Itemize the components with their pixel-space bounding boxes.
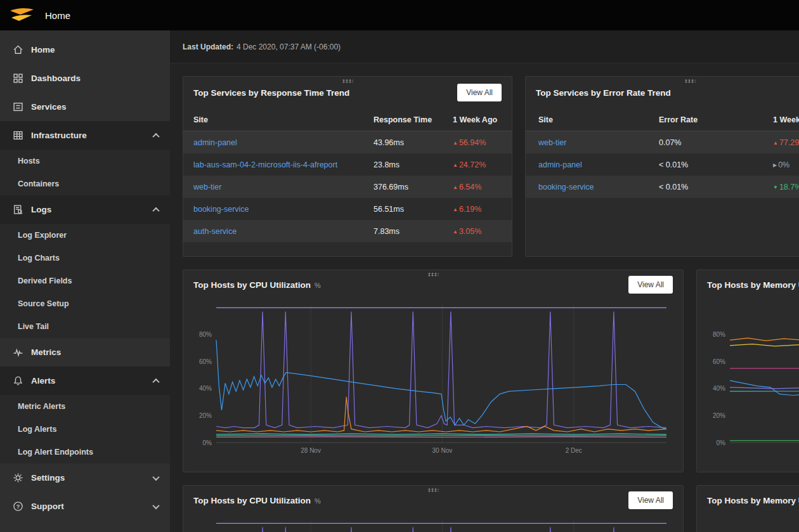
drag-handle-icon[interactable] xyxy=(428,273,439,276)
value-cell: < 0.01% xyxy=(659,160,773,169)
card-response-time-trend: Top Services by Response Time Trend View… xyxy=(183,76,512,257)
trend-cell: ▶0% xyxy=(773,160,799,169)
sidebar-item-derived-fields[interactable]: Derived Fields xyxy=(0,269,170,292)
site-link[interactable]: web-tier xyxy=(193,183,374,191)
view-all-button[interactable]: View All xyxy=(628,276,673,294)
table-row: auth-service7.83ms▲3.05% xyxy=(183,220,512,242)
dashboard-grid: Top Services by Response Time Trend View… xyxy=(170,63,799,532)
trend-cell: ▲24.72% xyxy=(453,160,512,169)
cpu-utilization-chart-2: 28 Nov30 Nov2 Dec0%20%40%60%80% xyxy=(183,515,684,532)
cpu-utilization-chart: 28 Nov30 Nov2 Dec0%20%40%60%80% xyxy=(183,299,684,472)
support-icon: ? xyxy=(13,501,23,512)
card-memory-utilization-2: Top Hosts by Memory Utilization% View Al… xyxy=(696,485,799,532)
sidebar-item-label: Metrics xyxy=(31,347,61,357)
chevron-up-icon xyxy=(152,378,159,385)
sidebar-item-services[interactable]: Services xyxy=(0,93,170,121)
sidebar-item-metric-alerts[interactable]: Metric Alerts xyxy=(0,395,170,418)
sidebar-item-home[interactable]: Home xyxy=(0,36,170,64)
sidebar-item-live-tail[interactable]: Live Tail xyxy=(0,315,170,338)
last-updated-bar: Last Updated: 4 Dec 2020, 07:37 AM (-06:… xyxy=(170,30,799,63)
site-link[interactable]: booking-service xyxy=(538,183,659,191)
main-content: Last Updated: 4 Dec 2020, 07:37 AM (-06:… xyxy=(170,30,799,532)
sidebar-item-logs[interactable]: Logs xyxy=(0,195,170,224)
view-all-button[interactable]: View All xyxy=(457,84,502,101)
sidebar-item-infrastructure[interactable]: Infrastructure xyxy=(0,121,170,150)
last-updated-value: 4 Dec 2020, 07:37 AM (-06:00) xyxy=(237,42,341,51)
dashboards-icon xyxy=(13,73,23,84)
site-link[interactable]: booking-service xyxy=(193,205,374,214)
card-header: Top Services by Error Rate Trend View Al… xyxy=(526,77,799,108)
drag-handle-icon[interactable] xyxy=(342,79,353,83)
memory-utilization-chart-2: 28 Nov30 Nov2 Dec0%20%40%60%80% xyxy=(697,515,799,532)
table-row: web-tier0.07%▲77.29% xyxy=(526,131,799,153)
settings-icon xyxy=(13,472,23,483)
trend-cell: ▲3.05% xyxy=(453,227,512,236)
sidebar-item-log-explorer[interactable]: Log Explorer xyxy=(0,224,170,247)
metrics-icon xyxy=(13,347,23,358)
sidebar-item-settings[interactable]: Settings xyxy=(0,464,170,492)
sidebar-item-dashboards[interactable]: Dashboards xyxy=(0,64,170,93)
sidebar-item-log-alerts[interactable]: Log Alerts xyxy=(0,418,170,441)
dashboard-row-3: Top Hosts by CPU Utilization% View All 2… xyxy=(183,485,799,532)
home-icon xyxy=(13,44,23,55)
svg-text:0%: 0% xyxy=(717,439,726,446)
nav-group-dashboards: Dashboards xyxy=(0,64,170,93)
site-link[interactable]: web-tier xyxy=(538,138,659,147)
sidebar-item-metrics[interactable]: Metrics xyxy=(0,338,170,367)
sidebar-item-label: Logs xyxy=(31,205,51,214)
column-header: 1 Week Ago xyxy=(453,115,512,124)
sidebar-item-log-alert-endpoints[interactable]: Log Alert Endpoints xyxy=(0,441,170,464)
sidebar-subitem-label: Log Alert Endpoints xyxy=(18,448,93,457)
sidebar-item-hosts[interactable]: Hosts xyxy=(0,150,170,172)
logs-icon xyxy=(13,204,23,215)
sidebar-subitem-label: Hosts xyxy=(18,157,40,165)
svg-text:80%: 80% xyxy=(199,331,212,338)
chevron-up-icon xyxy=(152,133,159,139)
card-cpu-utilization-2: Top Hosts by CPU Utilization% View All 2… xyxy=(183,485,684,532)
trend-up-icon: ▲ xyxy=(773,140,778,146)
top-bar: Home xyxy=(0,0,799,30)
svg-text:20%: 20% xyxy=(713,412,725,419)
sidebar-subitem-label: Derived Fields xyxy=(18,276,72,285)
svg-text:80%: 80% xyxy=(713,331,725,338)
drag-handle-icon[interactable] xyxy=(685,79,696,83)
column-header: 1 Week Ago xyxy=(773,115,799,124)
site-link[interactable]: lab-aus-sam-04-2-microsoft-iis-4-afrepor… xyxy=(193,160,374,169)
sidebar-item-label: Home xyxy=(31,45,55,55)
card-header: Top Hosts by Memory Utilization% View Al… xyxy=(697,270,799,299)
sidebar-item-support[interactable]: ?Support xyxy=(0,492,170,521)
value-cell: 56.51ms xyxy=(374,205,453,214)
trend-up-icon: ▲ xyxy=(453,162,458,168)
sidebar-item-log-charts[interactable]: Log Charts xyxy=(0,247,170,269)
table-header-row: SiteResponse Time1 Week Ago xyxy=(183,108,512,131)
site-link[interactable]: auth-service xyxy=(193,227,374,236)
sidebar-item-alerts[interactable]: Alerts xyxy=(0,367,170,395)
card-memory-utilization: Top Hosts by Memory Utilization% View Al… xyxy=(696,269,799,472)
svg-text:40%: 40% xyxy=(713,385,725,392)
sidebar-subitem-label: Log Charts xyxy=(18,254,60,263)
sidebar-item-containers[interactable]: Containers xyxy=(0,172,170,195)
table-row: booking-service56.51ms▲6.19% xyxy=(183,198,512,220)
alerts-icon xyxy=(13,375,23,386)
nav-group-services: Services xyxy=(0,93,170,121)
svg-text:?: ? xyxy=(16,503,20,510)
trend-cell: ▼18.7% xyxy=(773,183,799,191)
dashboard-row-2: Top Hosts by CPU Utilization% View All 2… xyxy=(183,269,799,472)
sidebar-item-source-setup[interactable]: Source Setup xyxy=(0,292,170,315)
nav-group-alerts: AlertsMetric AlertsLog AlertsLog Alert E… xyxy=(0,367,170,464)
view-all-button[interactable]: View All xyxy=(628,491,673,509)
value-cell: 23.8ms xyxy=(374,160,453,169)
value-cell: 0.07% xyxy=(659,138,773,147)
value-cell: 43.96ms xyxy=(374,138,453,147)
card-cpu-utilization: Top Hosts by CPU Utilization% View All 2… xyxy=(183,269,684,472)
svg-text:20%: 20% xyxy=(199,412,212,419)
table-header-row: SiteError Rate1 Week Ago xyxy=(526,108,799,131)
services-icon xyxy=(13,101,23,112)
drag-handle-icon[interactable] xyxy=(428,488,439,492)
card-header: Top Hosts by Memory Utilization% View Al… xyxy=(697,486,799,515)
nav-group-logs: LogsLog ExplorerLog ChartsDerived Fields… xyxy=(0,195,170,338)
card-title: Top Services by Response Time Trend xyxy=(193,88,349,98)
site-link[interactable]: admin-panel xyxy=(193,138,374,147)
site-link[interactable]: admin-panel xyxy=(538,160,659,169)
sidebar-item-label: Settings xyxy=(31,473,65,483)
